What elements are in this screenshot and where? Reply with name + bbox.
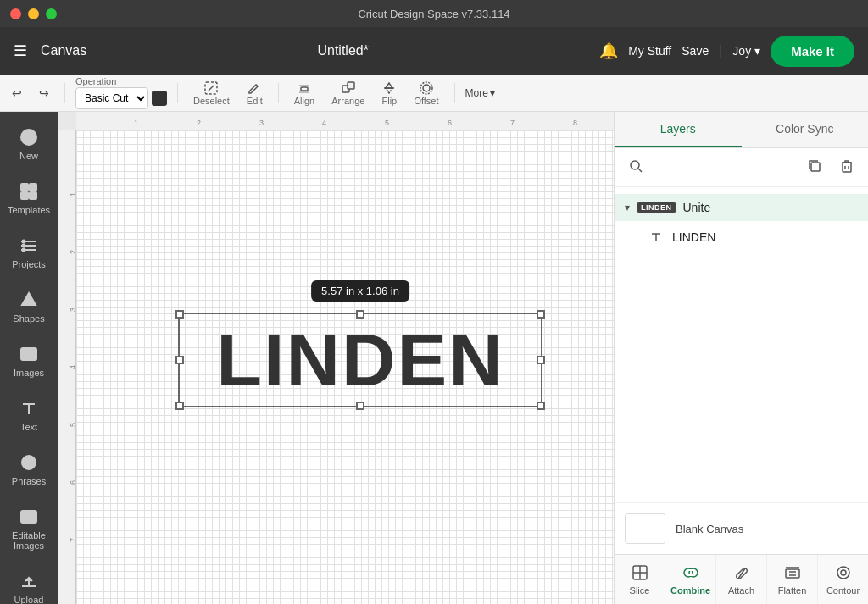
hamburger-menu[interactable]: ☰ — [14, 42, 27, 60]
canvas-label: Canvas — [41, 43, 86, 58]
blank-canvas-label: Blank Canvas — [676, 523, 743, 535]
blank-canvas-section: Blank Canvas — [615, 502, 868, 554]
arrange-button[interactable]: Arrange — [326, 79, 370, 108]
svg-point-17 — [23, 245, 25, 247]
duplicate-panel-button[interactable] — [804, 155, 826, 180]
ruler-mark-7: 7 — [510, 119, 515, 127]
color-swatch[interactable] — [152, 91, 167, 106]
profile-button[interactable]: Joy ▾ — [732, 44, 760, 58]
notification-icon[interactable]: 🔔 — [599, 42, 618, 60]
svg-rect-29 — [811, 163, 820, 171]
more-button[interactable]: More ▾ — [465, 87, 495, 99]
tab-color-sync[interactable]: Color Sync — [742, 112, 869, 147]
delete-panel-button[interactable] — [836, 155, 858, 180]
layer-item-linden[interactable]: LINDEN — [615, 221, 868, 253]
maximize-button[interactable] — [46, 8, 57, 19]
save-button[interactable]: Save — [682, 44, 709, 58]
sidebar-item-text[interactable]: Text — [3, 390, 54, 441]
svg-point-8 — [420, 82, 432, 94]
linden-badge: LINDEN — [637, 202, 676, 213]
combine-label: Combine — [670, 585, 710, 596]
close-button[interactable] — [10, 8, 21, 19]
attach-label: Attach — [728, 585, 754, 596]
contour-button[interactable]: Contour — [818, 555, 868, 604]
svg-rect-12 — [21, 184, 28, 191]
align-label: Align — [294, 96, 314, 106]
layer-group-name: Unite — [683, 201, 711, 214]
offset-button[interactable]: Offset — [409, 79, 443, 108]
sidebar-projects-label: Projects — [12, 259, 46, 269]
titlebar: Cricut Design Space v7.33.114 — [0, 0, 868, 27]
sidebar-item-shapes[interactable]: Shapes — [3, 281, 54, 332]
ruler-mark-6: 6 — [448, 119, 452, 127]
layers-content: ▾ LINDEN Unite LINDEN — [615, 187, 868, 502]
text-element[interactable]: 5.57 in x 1.06 in LINDEN — [178, 313, 542, 407]
panel-toolbar — [615, 148, 868, 187]
undo-button[interactable]: ↩ — [7, 83, 27, 103]
svg-point-44 — [837, 567, 849, 579]
sidebar-new-label: New — [19, 151, 38, 161]
sidebar-editable-images-label: Editable Images — [10, 530, 47, 551]
toolbar-separator-4 — [454, 83, 455, 103]
sidebar-item-editable-images[interactable]: Editable Images — [3, 498, 54, 559]
svg-point-25 — [29, 468, 30, 468]
arrange-label: Arrange — [331, 96, 364, 106]
sidebar-item-upload[interactable]: Upload — [3, 562, 54, 604]
flip-label: Flip — [382, 96, 398, 106]
redo-button[interactable]: ↪ — [34, 83, 54, 103]
operation-select[interactable]: Basic Cut — [75, 87, 148, 109]
toolbar: ↩ ↪ Operation Basic Cut Deselect Edit Al… — [0, 75, 868, 112]
svg-rect-14 — [21, 192, 28, 199]
header-divider: | — [719, 43, 722, 58]
more-label: More — [465, 87, 488, 99]
sidebar-item-phrases[interactable]: Phrases — [3, 444, 54, 495]
svg-rect-3 — [301, 87, 308, 91]
ruler-mark-1: 1 — [134, 119, 138, 127]
sidebar-text-label: Text — [20, 422, 37, 432]
layer-item-name: LINDEN — [672, 230, 715, 244]
sidebar-item-images[interactable]: Images — [3, 335, 54, 386]
toolbar-separator-2 — [177, 83, 178, 103]
deselect-button[interactable]: Deselect — [188, 79, 235, 108]
chevron-down-icon: ▾ — [754, 44, 760, 58]
sidebar-item-templates[interactable]: Templates — [3, 173, 54, 224]
offset-label: Offset — [414, 96, 438, 106]
sidebar-item-new[interactable]: New — [3, 119, 54, 169]
ruler-mark-4: 4 — [322, 119, 326, 127]
layer-group-unite[interactable]: ▾ LINDEN Unite — [615, 194, 868, 221]
mystuff-button[interactable]: My Stuff — [628, 44, 671, 58]
more-chevron-icon: ▾ — [490, 87, 495, 99]
sidebar-upload-label: Upload — [14, 595, 44, 604]
sidebar-shapes-label: Shapes — [13, 313, 44, 324]
svg-line-28 — [638, 169, 642, 172]
tab-layers[interactable]: Layers — [615, 112, 742, 147]
combine-button[interactable]: Combine — [665, 555, 716, 604]
flatten-button[interactable]: Flatten — [767, 555, 818, 604]
align-button[interactable]: Align — [289, 79, 320, 108]
toolbar-separator-1 — [64, 83, 65, 103]
edit-button[interactable]: Edit — [242, 79, 268, 108]
panel-tabs: Layers Color Sync — [615, 112, 868, 148]
canvas-area[interactable]: 1 2 3 4 5 6 7 8 1 2 3 4 5 6 7 5.57 in x … — [58, 112, 614, 604]
canvas-text[interactable]: LINDEN — [178, 313, 542, 407]
ruler-mark-5: 5 — [385, 119, 389, 127]
ruler-mark-3: 3 — [259, 119, 264, 127]
traffic-lights — [10, 8, 57, 19]
search-panel-button[interactable] — [625, 155, 647, 180]
flip-button[interactable]: Flip — [376, 79, 402, 108]
svg-point-16 — [23, 241, 25, 243]
profile-name: Joy — [732, 44, 751, 58]
slice-button[interactable]: Slice — [615, 555, 665, 604]
group-arrow-icon: ▾ — [625, 202, 630, 213]
header: ☰ Canvas Untitled* 🔔 My Stuff Save | Joy… — [0, 27, 868, 75]
right-panel: Layers Color Sync ▾ LINDEN Unite — [614, 112, 868, 604]
toolbar-separator-3 — [278, 83, 279, 103]
minimize-button[interactable] — [28, 8, 39, 19]
attach-button[interactable]: Attach — [716, 555, 767, 604]
sidebar-item-projects[interactable]: Projects — [3, 227, 54, 278]
header-right: 🔔 My Stuff Save | Joy ▾ Make It — [599, 36, 854, 67]
svg-rect-15 — [30, 192, 36, 199]
doc-title[interactable]: Untitled* — [317, 43, 368, 58]
canvas-content[interactable]: 5.57 in x 1.06 in LINDEN — [76, 130, 614, 604]
make-it-button[interactable]: Make It — [771, 36, 854, 67]
